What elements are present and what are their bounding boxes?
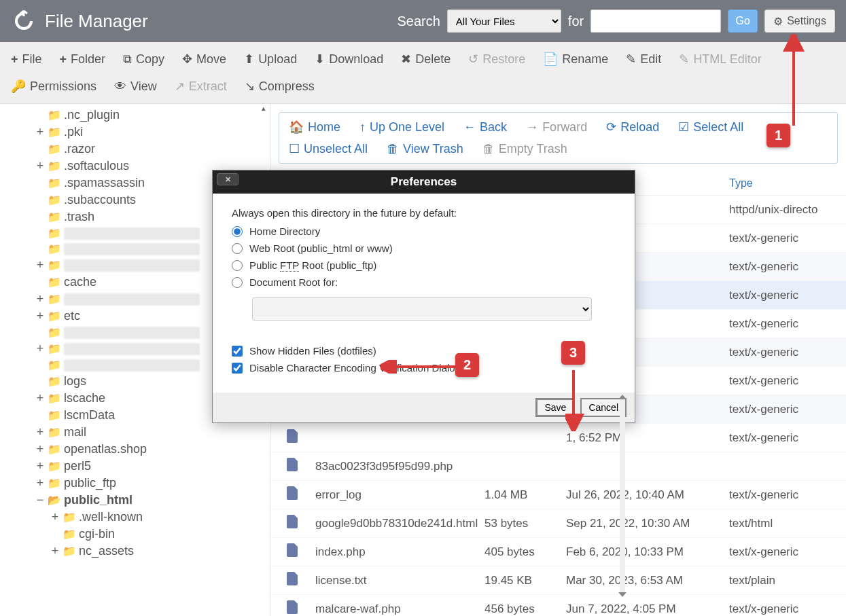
- tree-toggle-icon[interactable]: +: [35, 292, 45, 306]
- redacted-label: [64, 327, 200, 339]
- move-button[interactable]: ✥Move: [179, 48, 229, 71]
- save-button[interactable]: Save: [535, 398, 575, 417]
- tree-toggle-icon[interactable]: +: [35, 476, 45, 490]
- tree-item[interactable]: −📂public_html: [4, 492, 266, 509]
- file-row[interactable]: 1, 6:52 PMtext/x-generic: [270, 424, 846, 452]
- delete-button[interactable]: ✖Delete: [398, 48, 453, 71]
- file-row[interactable]: index.php405 bytesFeb 6, 2020, 10:33 PMt…: [270, 538, 846, 566]
- unselect-all-link[interactable]: ☐Unselect All: [289, 141, 368, 156]
- column-type[interactable]: Type: [729, 177, 838, 189]
- upload-button[interactable]: ⬆Upload: [241, 48, 300, 71]
- delete-icon: ✖: [401, 52, 411, 67]
- html-icon: ✎: [679, 52, 689, 67]
- tree-label: logs: [64, 374, 86, 388]
- up-one-level-link[interactable]: ↑Up One Level: [359, 120, 444, 134]
- home-link[interactable]: 🏠Home: [289, 120, 340, 134]
- back-link[interactable]: ←Back: [463, 120, 507, 134]
- search-input[interactable]: [591, 10, 721, 33]
- tree-toggle-icon[interactable]: +: [35, 442, 45, 456]
- edit-button[interactable]: ✎Edit: [623, 48, 664, 71]
- forward-icon: →: [526, 120, 538, 134]
- file-size: 53 bytes: [484, 517, 566, 530]
- html-editor-button[interactable]: ✎HTML Editor: [676, 48, 764, 71]
- close-icon[interactable]: ✕: [217, 173, 239, 185]
- rename-button[interactable]: 📄Rename: [540, 48, 611, 71]
- tree-label: .spamassassin: [64, 176, 145, 190]
- extract-icon: ↗: [175, 79, 185, 94]
- file-row[interactable]: malcare-waf.php456 bytesJun 7, 2022, 4:0…: [270, 595, 846, 616]
- extract-button[interactable]: ↗Extract: [172, 75, 230, 98]
- trash-icon: 🗑: [387, 142, 399, 156]
- download-button[interactable]: ⬇Download: [312, 48, 386, 71]
- file-type: text/html: [729, 517, 838, 530]
- tree-item[interactable]: 📁cgi-bin: [4, 526, 266, 543]
- tree-toggle-icon[interactable]: +: [50, 510, 60, 524]
- select-all-link[interactable]: ☑Select All: [678, 120, 743, 134]
- scroll-up-icon[interactable]: ▴: [262, 104, 268, 113]
- tree-item[interactable]: +📁.pki: [4, 124, 266, 141]
- empty-trash-link[interactable]: 🗑Empty Trash: [482, 141, 567, 156]
- cpanel-logo-icon: [11, 8, 37, 34]
- file-modified: 1, 6:52 PM: [566, 431, 729, 445]
- tree-toggle-icon[interactable]: +: [35, 425, 45, 439]
- file-row[interactable]: license.txt19.45 KBMar 30, 2023, 6:53 AM…: [270, 566, 846, 595]
- tree-item[interactable]: +📁openatlas.shop: [4, 441, 266, 458]
- tree-toggle-icon[interactable]: −: [35, 493, 45, 507]
- radio-home-directory[interactable]: Home Directory: [232, 225, 616, 237]
- tree-label: openatlas.shop: [64, 442, 147, 456]
- dialog-footer: Save Cancel: [213, 393, 635, 422]
- search-scope-select[interactable]: All Your Files: [447, 10, 561, 33]
- view-button[interactable]: 👁View: [111, 75, 160, 98]
- tree-toggle-icon[interactable]: +: [35, 258, 45, 272]
- dialog-scrollbar[interactable]: [620, 397, 625, 594]
- radio-web-root[interactable]: Web Root (public_html or www): [232, 242, 616, 254]
- copy-button[interactable]: ⧉Copy: [120, 48, 167, 71]
- tree-item[interactable]: +📁nc_assets: [4, 543, 266, 560]
- folder-icon: 📁: [48, 443, 61, 456]
- back-icon: ←: [463, 120, 476, 134]
- checkbox-input[interactable]: [232, 363, 243, 374]
- checkbox-show-hidden[interactable]: Show Hidden Files (dotfiles): [232, 345, 616, 357]
- tree-item[interactable]: +📁mail: [4, 424, 266, 441]
- file-row[interactable]: error_log1.04 MBJul 26, 2022, 10:40 AMte…: [270, 481, 846, 509]
- view-trash-link[interactable]: 🗑View Trash: [387, 141, 463, 156]
- settings-button[interactable]: ⚙ Settings: [764, 10, 835, 33]
- forward-link[interactable]: →Forward: [526, 120, 587, 134]
- folder-button[interactable]: +Folder: [57, 48, 109, 71]
- file-size: 456 bytes: [484, 602, 566, 616]
- checkbox-input[interactable]: [232, 346, 243, 357]
- file-button[interactable]: +File: [8, 48, 45, 71]
- move-icon: ✥: [182, 52, 192, 67]
- tree-toggle-icon[interactable]: +: [35, 459, 45, 473]
- file-icon: [287, 486, 306, 503]
- go-button[interactable]: Go: [728, 10, 758, 33]
- permissions-button[interactable]: 🔑Permissions: [8, 75, 99, 98]
- tree-item[interactable]: 📁.nc_plugin: [4, 107, 266, 124]
- document-root-select[interactable]: [252, 297, 592, 321]
- tree-toggle-icon[interactable]: +: [35, 125, 45, 139]
- radio-ftp-root[interactable]: Public FTP Root (public_ftp): [232, 259, 616, 271]
- gear-icon: ⚙: [773, 15, 783, 28]
- restore-button[interactable]: ↺Restore: [465, 48, 528, 71]
- tree-toggle-icon[interactable]: +: [50, 544, 60, 558]
- tree-item[interactable]: +📁perl5: [4, 458, 266, 475]
- tree-toggle-icon[interactable]: +: [35, 391, 45, 405]
- compress-button[interactable]: ↘Compress: [242, 75, 317, 98]
- radio-input[interactable]: [232, 226, 243, 237]
- tree-toggle-icon[interactable]: +: [35, 342, 45, 356]
- radio-input[interactable]: [232, 277, 243, 288]
- radio-document-root[interactable]: Document Root for:: [232, 276, 616, 288]
- tree-toggle-icon[interactable]: +: [35, 159, 45, 173]
- tree-toggle-icon[interactable]: +: [35, 309, 45, 323]
- radio-input[interactable]: [232, 260, 243, 271]
- file-row[interactable]: google9d0bb78310de241d.html53 bytesSep 2…: [270, 509, 846, 538]
- checkbox-disable-encoding[interactable]: Disable Character Encoding Verification …: [232, 362, 616, 374]
- tree-item[interactable]: +📁public_ftp: [4, 475, 266, 492]
- radio-input[interactable]: [232, 243, 243, 254]
- preferences-lead: Always open this directory in the future…: [232, 207, 616, 219]
- file-row[interactable]: 83ac0023f3d95f95d99.php: [270, 452, 846, 481]
- reload-link[interactable]: ⟳Reload: [606, 120, 659, 134]
- folder-icon: 📁: [48, 259, 61, 272]
- tree-item[interactable]: +📁.well-known: [4, 509, 266, 526]
- tree-item[interactable]: 📁.razor: [4, 141, 266, 158]
